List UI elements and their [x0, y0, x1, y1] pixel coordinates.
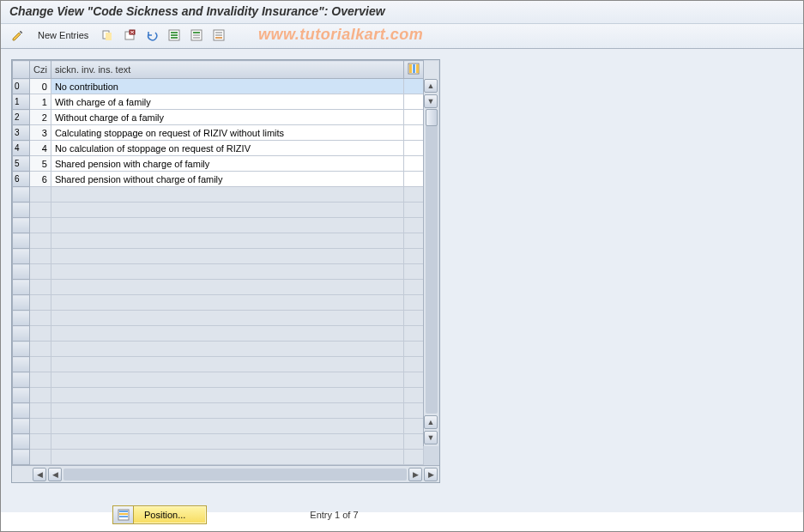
table-row[interactable]: 55Shared pension with charge of family [13, 156, 424, 172]
cell-czi[interactable]: 6 [30, 172, 51, 187]
scroll-right-icon[interactable]: ▶ [408, 468, 422, 481]
position-button[interactable]: Position... [112, 505, 207, 524]
scroll-bottom-icon[interactable]: ▼ [424, 431, 438, 444]
row-selector[interactable] [13, 187, 30, 203]
table-row[interactable]: 00No contribution [13, 79, 424, 94]
cell-czi[interactable]: 4 [30, 141, 51, 156]
cell-czi[interactable]: 3 [30, 125, 51, 141]
row-selector[interactable] [13, 434, 30, 450]
row-selector[interactable] [13, 295, 30, 311]
svg-rect-14 [215, 34, 222, 36]
cell-pad [404, 110, 424, 125]
cell-text[interactable]: No calculation of stoppage on request of… [51, 141, 403, 156]
cell-pad [404, 141, 424, 156]
row-selector[interactable] [13, 342, 30, 357]
row-selector[interactable] [13, 372, 30, 388]
cell-text[interactable]: Without charge of a family [51, 110, 403, 125]
column-header-text[interactable]: sickn. inv. ins. text [51, 61, 403, 79]
delete-icon[interactable] [120, 27, 139, 44]
cell-pad [404, 94, 424, 110]
scroll-track-v[interactable] [426, 109, 438, 414]
configure-columns-button[interactable] [404, 61, 424, 79]
row-selector[interactable]: 5 [13, 156, 30, 172]
row-selector-header[interactable] [13, 61, 30, 79]
scroll-up-icon[interactable]: ▲ [424, 79, 438, 93]
empty-cell [404, 280, 424, 295]
scroll-track-h[interactable] [63, 469, 407, 481]
new-entries-button[interactable]: New Entries [32, 27, 94, 44]
row-selector[interactable] [13, 450, 30, 465]
position-icon [113, 506, 134, 523]
cell-text[interactable]: No contribution [51, 79, 403, 94]
title-bar: Change View "Code Sickness and Invalidit… [1, 1, 803, 24]
row-selector[interactable] [13, 357, 30, 372]
row-selector[interactable]: 3 [13, 125, 30, 141]
scroll-up-step-icon[interactable]: ▲ [424, 415, 438, 429]
undo-icon[interactable] [142, 27, 161, 44]
select-all-icon[interactable] [165, 27, 184, 44]
table-row-empty [13, 372, 424, 388]
table-row[interactable]: 66Shared pension without charge of famil… [13, 172, 424, 187]
svg-rect-10 [193, 34, 200, 36]
svg-rect-9 [193, 32, 200, 33]
copy-as-icon[interactable] [98, 27, 117, 44]
table-row-empty [13, 434, 424, 450]
empty-cell [51, 342, 403, 357]
row-selector[interactable]: 4 [13, 141, 30, 156]
row-selector[interactable] [13, 419, 30, 434]
table-row[interactable]: 33Calculating stoppage on request of RIZ… [13, 125, 424, 141]
row-selector[interactable]: 1 [13, 94, 30, 110]
scroll-thumb-v[interactable] [426, 109, 438, 126]
table-row-empty [13, 280, 424, 295]
table-row-empty [13, 357, 424, 372]
row-selector[interactable] [13, 264, 30, 280]
empty-cell [30, 372, 51, 388]
deselect-all-icon[interactable] [209, 27, 228, 44]
row-selector[interactable] [13, 218, 30, 233]
select-block-icon[interactable] [187, 27, 206, 44]
row-selector[interactable]: 0 [13, 79, 30, 94]
empty-cell [51, 388, 403, 403]
svg-rect-18 [413, 64, 415, 73]
row-selector[interactable]: 2 [13, 110, 30, 125]
cell-text[interactable]: With charge of a family [51, 94, 403, 110]
empty-cell [404, 218, 424, 233]
row-selector[interactable] [13, 403, 30, 419]
toolbar: New Entries www.tutorialkart.com [1, 24, 803, 49]
cell-text[interactable]: Shared pension without charge of family [51, 172, 403, 187]
table-row-empty [13, 264, 424, 280]
scroll-down-step-icon[interactable]: ▼ [424, 94, 438, 108]
table-row[interactable]: 44No calculation of stoppage on request … [13, 141, 424, 156]
cell-czi[interactable]: 2 [30, 110, 51, 125]
cell-pad [404, 156, 424, 172]
row-selector[interactable] [13, 326, 30, 342]
table-row[interactable]: 22Without charge of a family [13, 110, 424, 125]
empty-cell [30, 233, 51, 249]
column-header-czi[interactable]: Czi [30, 61, 51, 79]
row-selector[interactable] [13, 203, 30, 218]
horizontal-scrollbar[interactable]: ◀ ◀ ▶ ▶ [12, 465, 439, 482]
scroll-left-icon[interactable]: ◀ [48, 468, 62, 481]
empty-cell [51, 249, 403, 264]
row-selector[interactable] [13, 280, 30, 295]
cell-pad [404, 125, 424, 141]
scroll-right-end-icon[interactable]: ▶ [424, 468, 438, 481]
row-selector[interactable] [13, 233, 30, 249]
cell-czi[interactable]: 1 [30, 94, 51, 110]
cell-text[interactable]: Calculating stoppage on request of RIZIV… [51, 125, 403, 141]
cell-czi[interactable]: 0 [30, 79, 51, 94]
empty-cell [404, 264, 424, 280]
empty-cell [51, 280, 403, 295]
cell-czi[interactable]: 5 [30, 156, 51, 172]
scroll-left-end-icon[interactable]: ◀ [33, 468, 46, 481]
row-selector[interactable]: 6 [13, 172, 30, 187]
row-selector[interactable] [13, 388, 30, 403]
vertical-scrollbar[interactable]: ▲ ▼ ▲ ▼ [423, 61, 438, 446]
toggle-change-icon[interactable] [8, 27, 28, 44]
grid-header-row: Czi sickn. inv. ins. text [13, 61, 424, 79]
table-row[interactable]: 11With charge of a family [13, 94, 424, 110]
row-selector[interactable] [13, 311, 30, 326]
cell-text[interactable]: Shared pension with charge of family [51, 156, 403, 172]
row-selector[interactable] [13, 249, 30, 264]
svg-rect-19 [416, 64, 419, 73]
